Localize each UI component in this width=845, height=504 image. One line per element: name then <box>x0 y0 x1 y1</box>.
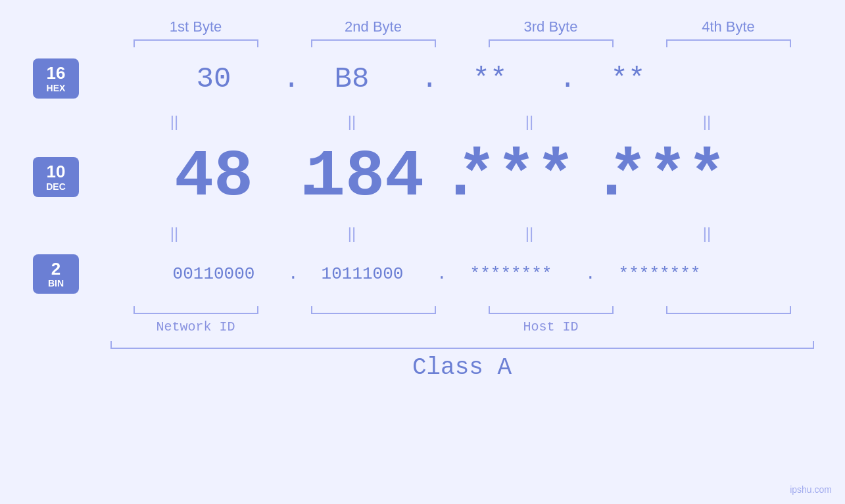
main-container: 1st Byte 2nd Byte 3rd Byte 4th Byte 16 H… <box>0 0 845 504</box>
bracket-b2 <box>285 39 462 47</box>
bin-byte4: ******** <box>571 264 748 284</box>
byte-headers-row: 1st Byte 2nd Byte 3rd Byte 4th Byte <box>0 0 845 35</box>
class-a-row: Class A <box>0 354 845 381</box>
hex-badge: 16 HEX <box>33 58 79 99</box>
bracket-b1 <box>107 39 285 47</box>
eq1-b3: || <box>441 112 618 131</box>
network-id-label: Network ID <box>107 319 285 334</box>
bracket-b3 <box>462 39 640 47</box>
eq1-b2: || <box>263 112 441 131</box>
top-brackets-row <box>0 39 845 47</box>
eq1-b4: || <box>618 112 796 131</box>
class-bracket-line <box>110 341 814 349</box>
bottom-brackets-row <box>0 306 845 314</box>
byte3-header: 3rd Byte <box>462 18 640 35</box>
dec-badge: 10 DEC <box>33 157 79 197</box>
bot-bracket-b3 <box>462 306 640 314</box>
bot-bracket-b1 <box>107 306 285 314</box>
bot-bracket-b4 <box>640 306 817 314</box>
eq2-b3: || <box>441 224 618 242</box>
byte4-header: 4th Byte <box>640 18 817 35</box>
eq2-b4: || <box>618 224 796 242</box>
id-labels-row: Network ID Host ID <box>0 319 845 334</box>
eq2-b1: || <box>85 224 263 242</box>
bracket-b4 <box>640 39 817 47</box>
host-id-label: Host ID <box>285 319 817 334</box>
bot-bracket-b2 <box>285 306 462 314</box>
byte1-header: 1st Byte <box>107 18 285 35</box>
eq1-b1: || <box>85 112 263 131</box>
byte2-header: 2nd Byte <box>285 18 462 35</box>
class-bracket-row <box>0 341 845 349</box>
class-a-label: Class A <box>110 354 814 381</box>
bin-badge: 2 BIN <box>33 254 79 294</box>
eq2-b2: || <box>263 224 441 242</box>
watermark: ipshu.com <box>790 484 832 495</box>
